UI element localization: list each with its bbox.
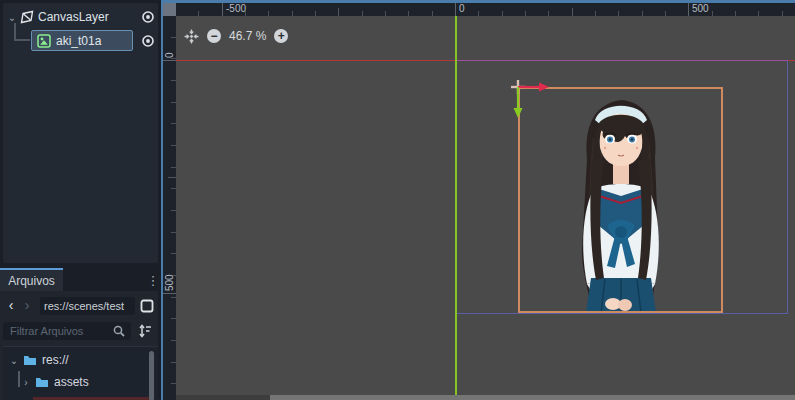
scene-node-canvaslayer[interactable]: ⌄ CanvasLayer xyxy=(6,8,138,26)
nav-forward-button[interactable]: › xyxy=(20,297,34,315)
canvas-layer-icon xyxy=(20,10,34,24)
zoom-widget: − 46.7 % + xyxy=(184,27,288,45)
ruler-label: 0 xyxy=(165,52,175,58)
horizontal-ruler[interactable]: -500 0 500 xyxy=(176,3,795,16)
tree-branch-line xyxy=(14,23,16,40)
ruler-tick xyxy=(338,8,339,16)
visibility-eye-icon[interactable] xyxy=(141,34,155,48)
y-axis-line xyxy=(455,16,457,396)
file-tree: ⌄ res:// › assets xyxy=(3,346,158,400)
ruler-corner-box[interactable] xyxy=(163,3,176,16)
scene-node-label: CanvasLayer xyxy=(38,10,109,24)
viewport-2d: -500 0 500 0 500 xyxy=(161,0,795,400)
tree-item-assets[interactable]: › assets xyxy=(20,373,140,391)
tab-arquivos[interactable]: Arquivos xyxy=(0,270,63,291)
folder-icon xyxy=(23,354,37,366)
canvas-area[interactable]: − 46.7 % + xyxy=(176,16,795,400)
left-dock: ⌄ CanvasLayer aki_t01a xyxy=(0,0,161,400)
ruler-label: -500 xyxy=(226,4,246,14)
visibility-eye-icon[interactable] xyxy=(141,10,155,24)
scene-node-label: aki_t01a xyxy=(56,34,101,48)
filesystem-dock: Arquivos ⋮ ‹ › res://scenes/test Filtrar… xyxy=(0,268,161,400)
move-gizmo[interactable] xyxy=(511,80,553,126)
tab-label: Arquivos xyxy=(8,274,55,288)
ruler-tick xyxy=(163,60,176,61)
scene-node-aki-selected[interactable]: aki_t01a xyxy=(31,30,133,51)
tree-item-res[interactable]: ⌄ res:// xyxy=(8,351,138,369)
ruler-tick xyxy=(688,3,689,16)
dock-menu-dots-icon[interactable]: ⋮ xyxy=(146,272,160,290)
ruler-label: 500 xyxy=(165,274,175,291)
fold-arrow-icon[interactable]: › xyxy=(20,377,32,388)
scene-tree-panel: ⌄ CanvasLayer aki_t01a xyxy=(3,3,158,263)
ruler-tick xyxy=(572,8,573,16)
ruler-tick xyxy=(222,3,223,16)
canvas-h-scroll-thumb[interactable] xyxy=(270,395,795,400)
path-input[interactable]: res://scenes/test xyxy=(40,297,135,315)
fold-arrow-icon[interactable]: ⌄ xyxy=(8,355,20,366)
tree-branch-line xyxy=(14,39,30,41)
zoom-in-button[interactable]: + xyxy=(274,29,288,43)
path-value: res://scenes/test xyxy=(44,300,124,312)
ruler-label: 0 xyxy=(459,4,465,14)
sprite-icon xyxy=(37,34,51,48)
center-view-icon[interactable] xyxy=(184,29,199,44)
file-sort-button[interactable] xyxy=(136,322,154,340)
ruler-tick xyxy=(163,293,176,294)
filesystem-body: ‹ › res://scenes/test Filtrar Arquivos xyxy=(0,291,158,400)
ruler-tick xyxy=(455,3,456,16)
ruler-tick xyxy=(168,177,176,178)
nav-back-button[interactable]: ‹ xyxy=(4,297,18,315)
search-icon xyxy=(112,324,126,340)
toggle-split-mode-button[interactable] xyxy=(138,297,156,315)
filter-input[interactable]: Filtrar Arquivos xyxy=(3,322,131,340)
godot-editor: ⌄ CanvasLayer aki_t01a xyxy=(0,0,795,400)
vertical-ruler[interactable]: 0 500 xyxy=(163,16,176,400)
zoom-out-button[interactable]: − xyxy=(207,29,221,43)
fold-arrow-icon[interactable]: ⌄ xyxy=(6,12,18,23)
tree-item-label: assets xyxy=(54,375,89,389)
folder-icon xyxy=(35,376,49,388)
filter-placeholder: Filtrar Arquivos xyxy=(10,325,83,337)
ruler-label: 500 xyxy=(692,4,709,14)
zoom-percent-label[interactable]: 46.7 % xyxy=(229,29,266,43)
file-tree-scrollbar[interactable] xyxy=(149,351,154,400)
tree-item-label: res:// xyxy=(42,353,69,367)
canvas-h-scrollbar[interactable] xyxy=(176,395,795,400)
